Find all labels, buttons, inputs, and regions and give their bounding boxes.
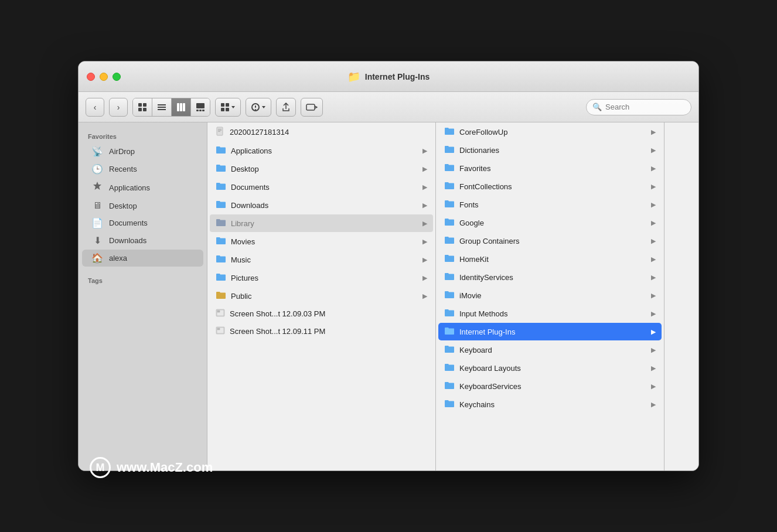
folder-icon [216, 182, 226, 192]
list-item[interactable]: Music ▶ [210, 251, 433, 268]
chevron-icon: ▶ [651, 201, 656, 209]
list-item[interactable]: Favorites ▶ [438, 159, 662, 177]
search-box[interactable]: 🔍 [586, 99, 691, 115]
list-item-internet-plugins[interactable]: Internet Plug-Ins ▶ [438, 323, 662, 340]
tag-button[interactable] [301, 98, 323, 117]
list-item[interactable]: iMovie ▶ [438, 287, 662, 304]
sidebar-item-documents[interactable]: 📄 Documents [82, 214, 203, 231]
list-item[interactable]: CoreFollowUp ▶ [438, 123, 662, 141]
minimize-button[interactable] [100, 73, 108, 81]
folder-icon [444, 399, 455, 410]
folder-icon [444, 236, 455, 246]
sidebar-item-downloads[interactable]: ⬇ Downloads [82, 232, 203, 249]
svg-rect-28 [217, 328, 220, 330]
list-item[interactable]: Keychains ▶ [438, 395, 662, 413]
list-item[interactable]: Keyboard Layouts ▶ [438, 359, 662, 377]
svg-rect-5 [158, 107, 166, 108]
share-button[interactable] [276, 98, 296, 117]
svg-rect-18 [306, 104, 315, 110]
maximize-button[interactable] [113, 73, 121, 81]
applications-icon [91, 181, 103, 194]
screenshot-icon [216, 326, 225, 336]
list-item[interactable]: Applications ▶ [210, 142, 433, 159]
main-content: Favorites 📡 AirDrop 🕒 Recents Applicati [79, 122, 698, 470]
chevron-icon: ▶ [422, 274, 427, 282]
svg-rect-25 [217, 311, 220, 312]
view-gallery-button[interactable] [191, 98, 210, 116]
folder-icon [216, 291, 226, 301]
chevron-icon: ▶ [651, 274, 656, 281]
svg-rect-3 [143, 108, 146, 111]
chevron-icon: ▶ [651, 146, 656, 154]
forward-button[interactable]: › [109, 98, 128, 117]
list-item[interactable]: Dictionaries ▶ [438, 141, 662, 159]
svg-rect-1 [143, 103, 146, 107]
list-item[interactable]: Movies ▶ [210, 233, 433, 250]
list-item[interactable]: Google ▶ [438, 214, 662, 231]
search-input[interactable] [605, 103, 676, 111]
sidebar: Favorites 📡 AirDrop 🕒 Recents Applicati [79, 122, 207, 470]
folder-icon [444, 199, 455, 210]
list-item[interactable]: Group Containers ▶ [438, 232, 662, 250]
toolbar: ‹ › [79, 92, 698, 122]
svg-rect-9 [183, 103, 185, 111]
folder-icon [444, 272, 455, 282]
list-item[interactable]: HomeKit ▶ [438, 250, 662, 268]
svg-rect-8 [180, 103, 182, 111]
list-item[interactable]: Pictures ▶ [210, 269, 433, 287]
sidebar-item-applications[interactable]: Applications [82, 178, 203, 197]
view-list-button[interactable] [152, 98, 172, 116]
chevron-icon: ▶ [422, 147, 427, 155]
folder-icon [444, 345, 455, 355]
list-item[interactable]: Library ▶ [210, 214, 433, 232]
list-item[interactable]: Screen Shot...t 12.09.03 PM [210, 305, 433, 322]
folder-icon [444, 326, 455, 337]
back-button[interactable]: ‹ [86, 98, 104, 117]
downloads-icon: ⬇ [91, 235, 103, 246]
folder-icon [444, 363, 455, 373]
list-item[interactable]: KeyboardServices ▶ [438, 377, 662, 395]
list-item[interactable]: Screen Shot...t 12.09.11 PM [210, 323, 433, 340]
chevron-icon: ▶ [422, 165, 427, 173]
chevron-icon: ▶ [422, 238, 427, 245]
list-item[interactable]: Documents ▶ [210, 178, 433, 196]
svg-rect-11 [196, 110, 199, 111]
svg-rect-7 [177, 103, 179, 111]
view-options-button[interactable] [215, 98, 241, 117]
svg-rect-22 [218, 131, 220, 132]
action-button[interactable] [246, 98, 271, 117]
list-item[interactable]: Fonts ▶ [438, 196, 662, 213]
list-item[interactable]: Keyboard ▶ [438, 341, 662, 359]
chevron-icon: ▶ [651, 346, 656, 354]
close-button[interactable] [87, 73, 95, 81]
folder-icon [444, 308, 455, 319]
list-item[interactable]: Desktop ▶ [210, 160, 433, 178]
sidebar-item-recents[interactable]: 🕒 Recents [82, 161, 203, 178]
sidebar-item-airdrop[interactable]: 📡 AirDrop [82, 143, 203, 160]
list-item[interactable]: Public ▶ [210, 287, 433, 305]
column-2: CoreFollowUp ▶ Dictionaries ▶ [436, 122, 664, 470]
sidebar-item-desktop[interactable]: 🖥 Desktop [82, 197, 203, 214]
list-item[interactable]: 20200127181314 [210, 123, 433, 141]
svg-rect-2 [138, 108, 142, 111]
svg-rect-14 [221, 103, 224, 107]
folder-icon [444, 217, 455, 228]
list-item[interactable]: FontCollections ▶ [438, 178, 662, 195]
list-item[interactable]: IdentityServices ▶ [438, 268, 662, 286]
svg-rect-0 [138, 103, 142, 107]
tags-label: Tags [79, 274, 207, 287]
view-icon-button[interactable] [133, 98, 152, 116]
list-item[interactable]: Input Methods ▶ [438, 305, 662, 322]
svg-rect-6 [158, 109, 166, 110]
folder-icon [216, 236, 226, 247]
svg-rect-20 [218, 129, 221, 129]
svg-rect-15 [226, 103, 229, 107]
chevron-icon: ▶ [651, 292, 656, 299]
list-item[interactable]: Downloads ▶ [210, 196, 433, 214]
view-column-button[interactable] [172, 98, 191, 116]
sidebar-item-alexa[interactable]: 🏠 alexa [82, 250, 203, 267]
alexa-icon: 🏠 [91, 253, 103, 264]
chevron-icon: ▶ [651, 310, 656, 318]
svg-rect-4 [158, 104, 166, 105]
search-icon: 🔍 [592, 103, 602, 111]
